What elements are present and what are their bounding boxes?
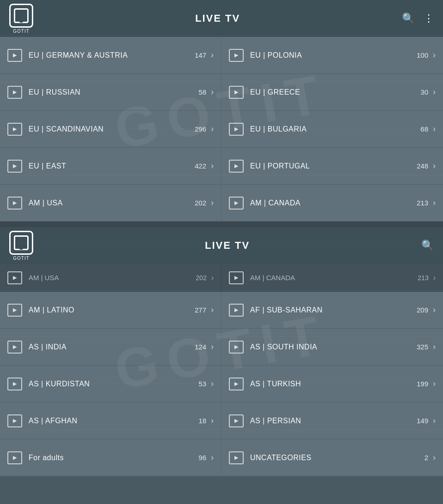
channel-count: 422: [195, 162, 206, 170]
channel-icon: [7, 271, 22, 284]
chevron-right-icon: ›: [433, 161, 436, 171]
channel-count: 53: [198, 380, 206, 388]
chevron-right-icon: ›: [211, 453, 214, 462]
channel-name: For adults: [29, 454, 198, 462]
chevron-right-icon: ›: [433, 305, 436, 315]
header-2: GOTIT LIVE TV 🔍: [0, 227, 443, 264]
chevron-right-icon: ›: [211, 416, 214, 426]
list-item[interactable]: For adults 96 ›: [0, 439, 222, 476]
partial-list-item[interactable]: AM | USA 202 ›: [0, 264, 222, 292]
list-item[interactable]: AS | SOUTH INDIA 325 ›: [222, 329, 443, 366]
channel-name: AS | SOUTH INDIA: [250, 343, 417, 351]
channel-name: AM | USA: [29, 274, 196, 282]
header-icons-2: 🔍: [421, 240, 434, 252]
chevron-right-icon: ›: [211, 274, 214, 282]
channel-name: EU | EAST: [29, 162, 195, 170]
channel-count: 149: [417, 417, 428, 425]
channel-count: 68: [420, 125, 428, 133]
list-item[interactable]: EU | SCANDINAVIAN 296 ›: [0, 111, 222, 148]
chevron-right-icon: ›: [211, 305, 214, 315]
list-item[interactable]: AM | CANADA 213 ›: [222, 185, 443, 222]
chevron-right-icon: ›: [211, 198, 214, 208]
chevron-right-icon: ›: [433, 342, 436, 352]
channel-name: AM | CANADA: [250, 199, 417, 207]
channel-count: 213: [418, 274, 428, 282]
channel-count: 147: [195, 51, 206, 59]
list-item[interactable]: EU | GREECE 30 ›: [222, 74, 443, 111]
list-item[interactable]: AS | PERSIAN 149 ›: [222, 402, 443, 439]
channel-name: EU | PORTUGAL: [250, 162, 417, 170]
channel-icon: [229, 341, 244, 354]
channel-icon: [229, 197, 244, 210]
page-title-1: LIVE TV: [195, 12, 240, 24]
list-item[interactable]: AS | TURKISH 199 ›: [222, 366, 443, 402]
list-item[interactable]: AM | USA 202 ›: [0, 185, 222, 222]
channel-name: UNCATEGORIES: [250, 454, 425, 462]
channel-count: 199: [417, 380, 428, 388]
channel-icon: [7, 304, 22, 317]
chevron-right-icon: ›: [211, 161, 214, 171]
chevron-right-icon: ›: [211, 50, 214, 60]
channel-name: AS | AFGHAN: [29, 417, 198, 425]
search-button-2[interactable]: 🔍: [421, 240, 434, 252]
chevron-right-icon: ›: [433, 198, 436, 208]
chevron-right-icon: ›: [211, 342, 214, 352]
chevron-right-icon: ›: [433, 50, 436, 60]
list-item[interactable]: AS | KURDISTAN 53 ›: [0, 366, 222, 402]
channel-name: EU | POLONIA: [250, 51, 417, 60]
channel-count: 296: [195, 125, 206, 133]
list-item[interactable]: EU | POLONIA 100 ›: [222, 37, 443, 74]
channel-icon: [229, 123, 244, 136]
channel-count: 18: [198, 417, 206, 425]
partial-list-item[interactable]: AM | CANADA 213 ›: [222, 264, 443, 292]
list-item[interactable]: EU | EAST 422 ›: [0, 148, 222, 185]
channel-icon: [7, 160, 22, 173]
channel-name: EU | GREECE: [250, 88, 420, 96]
list-item[interactable]: UNCATEGORIES 2 ›: [222, 439, 443, 476]
logo-inner-2: [14, 235, 29, 250]
channel-name: EU | BULGARIA: [250, 125, 420, 133]
list-item[interactable]: AS | AFGHAN 18 ›: [0, 402, 222, 439]
channel-name: AS | TURKISH: [250, 380, 417, 388]
channel-count: 58: [198, 88, 206, 96]
more-button-1[interactable]: ⋮: [424, 12, 434, 24]
channel-count: 277: [195, 306, 206, 314]
channel-name: AF | SUB-SAHARAN: [250, 306, 417, 314]
list-item[interactable]: AF | SUB-SAHARAN 209 ›: [222, 292, 443, 329]
chevron-right-icon: ›: [211, 87, 214, 97]
chevron-right-icon: ›: [433, 87, 436, 97]
panel-gap: [0, 222, 443, 227]
logo-1: GOTIT: [9, 4, 33, 34]
logo-label-2: GOTIT: [13, 256, 30, 261]
channel-icon: [7, 123, 22, 136]
list-item[interactable]: AM | LATINO 277 ›: [0, 292, 222, 329]
channel-name: AS | PERSIAN: [250, 417, 417, 425]
channel-count: 124: [195, 343, 206, 351]
logo-2: GOTIT: [9, 231, 33, 261]
channel-count: 202: [196, 274, 206, 282]
list-item[interactable]: EU | GERMANY & AUSTRIA 147 ›: [0, 37, 222, 74]
channel-name: AS | KURDISTAN: [29, 380, 198, 388]
channel-icon: [229, 86, 244, 99]
page-title-2: LIVE TV: [205, 240, 250, 252]
channel-name: EU | SCANDINAVIAN: [29, 125, 195, 133]
logo-label-1: GOTIT: [13, 29, 30, 34]
list-item[interactable]: AS | INDIA 124 ›: [0, 329, 222, 366]
channel-count: 209: [417, 306, 428, 314]
search-button-1[interactable]: 🔍: [402, 12, 414, 24]
chevron-right-icon: ›: [433, 124, 436, 134]
logo-inner-1: [14, 8, 29, 23]
chevron-right-icon: ›: [433, 274, 436, 282]
list-item[interactable]: EU | PORTUGAL 248 ›: [222, 148, 443, 185]
chevron-right-icon: ›: [433, 416, 436, 426]
list-item[interactable]: EU | RUSSIAN 58 ›: [0, 74, 222, 111]
channel-count: 213: [417, 199, 428, 207]
panel-1: GOTIT GOTIT LIVE TV 🔍 ⋮ EU | GERMANY & A…: [0, 0, 443, 222]
channel-name: AM | LATINO: [29, 306, 195, 314]
channel-icon: [7, 378, 22, 390]
channel-icon: [7, 451, 22, 464]
list-item[interactable]: EU | BULGARIA 68 ›: [222, 111, 443, 148]
chevron-right-icon: ›: [211, 124, 214, 134]
channel-icon: [7, 341, 22, 354]
channel-icon: [7, 86, 22, 99]
